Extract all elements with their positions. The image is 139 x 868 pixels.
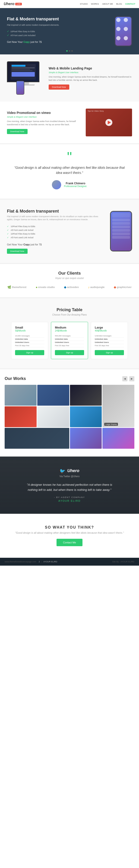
nav-works[interactable]: WORKS bbox=[91, 3, 99, 5]
nav-brand: Uhero LIVE bbox=[4, 2, 22, 6]
hero-section: Flat & Modern transparent Flat inspired … bbox=[0, 8, 139, 54]
nav-links: STUDIO WORKS ABOUT ME BLOG CONTACT bbox=[80, 3, 135, 5]
client-logo-4: ♪ audiojungle bbox=[86, 284, 107, 290]
plan-feat-lg-1: Unlimited messages bbox=[95, 334, 124, 338]
avatar-4 bbox=[124, 27, 128, 31]
avatar-3 bbox=[116, 27, 120, 31]
web-mobile-content: Web & Mobile Landing Page Simple & Elega… bbox=[49, 66, 132, 90]
signup-btn-small[interactable]: Sign up bbox=[15, 350, 44, 355]
phone-ui-item-5 bbox=[112, 232, 130, 235]
flat-feature-2: ✓ All Font used Link Includ bbox=[7, 228, 100, 232]
mac-mockup bbox=[7, 61, 44, 95]
footer-author-link[interactable]: AYOUR ELIRD bbox=[43, 561, 57, 563]
plan-price-medium: 24$/Month bbox=[55, 329, 84, 332]
video-subtitle: Simple & Elegant User Interface bbox=[7, 116, 81, 118]
phone-ui-item-1 bbox=[112, 219, 130, 221]
dot-3[interactable] bbox=[71, 50, 73, 52]
work-item-5[interactable] bbox=[5, 406, 36, 427]
hero-title: Flat & Modern transparent bbox=[7, 17, 111, 22]
work-item-9[interactable] bbox=[70, 428, 102, 449]
phone-ui-item-4 bbox=[112, 229, 130, 232]
work-item-4[interactable]: Large Display bbox=[103, 385, 134, 427]
plan-feat-med-2: Unlimited data bbox=[55, 338, 84, 341]
pricing-subtitle: Choose From Our Amazing Plans bbox=[7, 313, 132, 316]
plan-feat-small-2: Unlimited data bbox=[15, 338, 44, 341]
signup-btn-medium[interactable]: Sign up bbox=[55, 350, 84, 355]
web-mobile-desc: One morning, when Gregor Samsa woke from… bbox=[49, 75, 132, 82]
plan-name-medium: Medium bbox=[55, 326, 84, 329]
pricing-card-small: Small 5$/Month 10,000 messages Unlimited… bbox=[11, 322, 48, 359]
flat-cta-text: Get Now Your Copy just for 7$ bbox=[7, 243, 100, 246]
works-section: Our Works ◀ ▶ Large Display bbox=[0, 369, 139, 456]
footer-sep: | bbox=[41, 561, 42, 563]
avatar-1 bbox=[116, 18, 120, 22]
client-logo-1: 🌿 themeforest bbox=[5, 284, 29, 290]
nav-blog[interactable]: BLOG bbox=[116, 3, 122, 5]
plan-feat-small-4: First 30 days free bbox=[15, 344, 44, 347]
nav-contact[interactable]: CONTACT bbox=[125, 3, 135, 5]
video-title: Video Promotional on vimeo bbox=[7, 111, 81, 115]
cta-title: SO WHAT YOU THINK? bbox=[7, 525, 132, 529]
footer-right: Site By : AYOUR ELIRD bbox=[112, 561, 134, 563]
hero-feature-1: ✓ 10Pixel Files Easy to Edits bbox=[7, 29, 111, 33]
video-content: Video Promotional on vimeo Simple & Eleg… bbox=[7, 111, 81, 134]
flat-section: Flat & Modern transparent Flat inspired … bbox=[0, 199, 139, 263]
flat-feature-4: ✓ All Font used Link Includ bbox=[7, 236, 100, 239]
flat-phone bbox=[107, 211, 132, 251]
signup-btn-large[interactable]: Sign up bbox=[95, 350, 124, 355]
author-avatar bbox=[52, 180, 61, 189]
work-item-6[interactable] bbox=[37, 406, 69, 427]
contact-btn[interactable]: Contact Me bbox=[57, 539, 82, 546]
phone-mockup bbox=[115, 16, 132, 46]
video-section: Video Promotional on vimeo Simple & Eleg… bbox=[0, 102, 139, 143]
works-prev-btn[interactable]: ◀ bbox=[122, 376, 128, 381]
quote-text: "Good design is all about making other d… bbox=[14, 165, 125, 176]
flat-download-btn[interactable]: Download Now bbox=[7, 249, 28, 254]
works-header: Our Works ◀ ▶ bbox=[5, 376, 134, 381]
nav-aboutme[interactable]: ABOUT ME bbox=[102, 3, 113, 5]
hero-features: ✓ 10Pixel Files Easy to Edits ✓ All Font… bbox=[7, 29, 111, 37]
works-next-btn[interactable]: ▶ bbox=[129, 376, 134, 381]
plan-feat-med-4: First 30 days free bbox=[55, 344, 84, 347]
plan-feat-lg-3: Unlimited Users bbox=[95, 341, 124, 344]
check-icon-6: ✓ bbox=[7, 237, 9, 239]
phone-ui-item-2 bbox=[112, 222, 130, 225]
plan-feat-lg-2: Unlimited data bbox=[95, 338, 124, 341]
author-info: Frank Chimero Professional Designer. bbox=[64, 182, 87, 188]
plan-feat-med-3: Unlimited Users bbox=[55, 341, 84, 344]
twitter-logo: 🐦 Uhero bbox=[7, 468, 132, 474]
video-thumb[interactable]: Tips for Video Story bbox=[86, 108, 132, 136]
play-triangle-icon bbox=[108, 121, 111, 124]
work-item-8[interactable] bbox=[5, 428, 69, 449]
check-icon-4: ✓ bbox=[7, 229, 9, 231]
twitter-author: - By Agent Company bbox=[7, 496, 132, 498]
plan-name-large: Large bbox=[95, 326, 124, 329]
quote-mark: " bbox=[14, 154, 125, 160]
cta-subtitle: "Good design is all about making other d… bbox=[7, 531, 132, 534]
flat-feature-3: ✓ 10Pixel Files Easy to Edits bbox=[7, 232, 100, 236]
pricing-section: Pricing Table Choose From Our Amazing Pl… bbox=[0, 298, 139, 368]
work-item-10[interactable] bbox=[103, 428, 134, 449]
work-item-7[interactable] bbox=[70, 406, 102, 427]
play-button[interactable] bbox=[105, 119, 112, 126]
hero-cta: Get Now Your Copy just for 7$ bbox=[7, 40, 111, 43]
phone-ui-item-6 bbox=[112, 236, 130, 239]
dot-1[interactable] bbox=[66, 50, 68, 52]
plan-price-large: 49$/Month bbox=[95, 329, 124, 332]
client-logo-2: ● envato studio bbox=[33, 284, 57, 290]
plan-feat-small-1: 10,000 messages bbox=[15, 334, 44, 338]
plan-feat-lg-4: First 30 days free bbox=[95, 344, 124, 347]
work-item-1[interactable] bbox=[5, 385, 36, 406]
mac-screen bbox=[7, 61, 39, 82]
nav-studio[interactable]: STUDIO bbox=[80, 3, 88, 5]
web-mobile-btn[interactable]: Download Now bbox=[49, 85, 69, 90]
author-title: Professional Designer. bbox=[64, 185, 87, 188]
work-item-3[interactable] bbox=[70, 385, 102, 406]
works-title: Our Works bbox=[5, 376, 26, 381]
video-btn[interactable]: Download Now bbox=[7, 129, 28, 134]
work-item-2[interactable] bbox=[37, 385, 69, 406]
web-mobile-subtitle: Simple & Elegant User Interface. bbox=[49, 71, 132, 74]
dot-2[interactable] bbox=[69, 50, 70, 52]
footer-credit: Site By : AYOUR ELIRD bbox=[112, 561, 134, 563]
client-logo-5: ◈ graphicriver bbox=[111, 284, 134, 290]
